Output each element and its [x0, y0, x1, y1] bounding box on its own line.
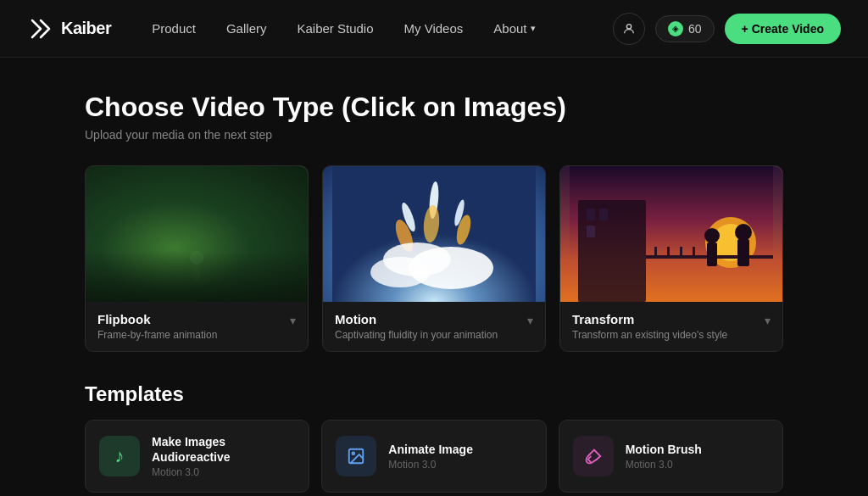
- flipbook-card-body: Flipbook Frame-by-frame animation ▾: [86, 302, 308, 351]
- template-animate-image-name: Animate Image: [388, 442, 473, 457]
- profile-button[interactable]: [613, 13, 645, 45]
- flipbook-thumbnail: [86, 166, 308, 302]
- svg-point-3: [190, 251, 203, 265]
- svg-point-1: [188, 277, 205, 284]
- logo[interactable]: Kaiber: [27, 15, 111, 42]
- video-card-motion[interactable]: Motion Captivating fluidity in your anim…: [322, 165, 546, 352]
- template-audioreactive-version: Motion 3.0: [152, 466, 295, 478]
- svg-point-0: [626, 24, 631, 28]
- template-motion-brush[interactable]: Motion Brush Motion 3.0: [559, 420, 783, 493]
- svg-point-26: [704, 228, 720, 243]
- nav-my-videos[interactable]: My Videos: [404, 21, 464, 36]
- template-motion-brush-name: Motion Brush: [626, 442, 702, 457]
- svg-rect-22: [654, 247, 657, 259]
- motion-chevron-icon: ▾: [527, 314, 533, 327]
- nav-product[interactable]: Product: [152, 21, 196, 36]
- flipbook-title: Flipbook: [97, 312, 217, 326]
- nav-kaiber-studio[interactable]: Kaiber Studio: [297, 21, 373, 36]
- templates-grid: ♪ Make Images Audioreactive Motion 3.0 A…: [85, 420, 783, 493]
- svg-rect-23: [667, 247, 670, 259]
- credits-button[interactable]: ◈ 60: [655, 15, 715, 42]
- svg-rect-29: [737, 239, 749, 266]
- transform-chevron-icon: ▾: [765, 314, 771, 327]
- page-title: Choose Video Type (Click on Images): [85, 92, 783, 123]
- chevron-down-icon: ▾: [531, 23, 536, 34]
- svg-point-28: [735, 224, 752, 241]
- logo-text: Kaiber: [61, 19, 111, 38]
- video-types-grid: Flipbook Frame-by-frame animation ▾: [85, 165, 783, 352]
- motion-thumbnail: [323, 166, 545, 302]
- svg-rect-24: [680, 247, 682, 259]
- svg-rect-20: [587, 226, 595, 237]
- brush-icon: [573, 436, 614, 476]
- svg-point-13: [370, 257, 430, 287]
- flipbook-desc: Frame-by-frame animation: [97, 329, 217, 341]
- nav-actions: ◈ 60 + Create Video: [613, 13, 841, 45]
- credits-icon: ◈: [668, 21, 683, 36]
- transform-title: Transform: [572, 312, 727, 326]
- svg-rect-18: [587, 209, 595, 220]
- template-audioreactive-name: Make Images Audioreactive: [152, 434, 295, 465]
- transform-desc: Transform an existing video's style: [572, 329, 727, 341]
- motion-desc: Captivating fluidity in your animation: [335, 329, 498, 341]
- video-card-flipbook[interactable]: Flipbook Frame-by-frame animation ▾: [85, 165, 309, 352]
- svg-rect-25: [693, 247, 695, 259]
- nav-about[interactable]: About ▾: [493, 21, 535, 36]
- create-video-button[interactable]: + Create Video: [725, 14, 841, 44]
- svg-rect-27: [707, 242, 717, 266]
- template-motion-brush-version: Motion 3.0: [626, 459, 702, 471]
- main-content: Choose Video Type (Click on Images) Uplo…: [0, 58, 868, 496]
- templates-title: Templates: [85, 382, 783, 406]
- motion-title: Motion: [335, 312, 498, 326]
- template-animate-image-version: Motion 3.0: [388, 459, 473, 471]
- nav-links: Product Gallery Kaiber Studio My Videos …: [152, 21, 613, 36]
- transform-thumbnail: [560, 166, 782, 302]
- transform-card-body: Transform Transform an existing video's …: [560, 302, 782, 351]
- music-icon: ♪: [99, 436, 140, 476]
- video-card-transform[interactable]: Transform Transform an existing video's …: [559, 165, 783, 352]
- nav-gallery[interactable]: Gallery: [226, 21, 267, 36]
- svg-rect-2: [193, 259, 200, 281]
- svg-rect-19: [599, 209, 608, 220]
- template-make-images-audioreactive[interactable]: ♪ Make Images Audioreactive Motion 3.0: [85, 420, 309, 493]
- svg-point-31: [353, 453, 355, 455]
- credits-count: 60: [688, 22, 702, 36]
- flipbook-chevron-icon: ▾: [290, 314, 296, 327]
- navbar: Kaiber Product Gallery Kaiber Studio My …: [0, 0, 868, 58]
- image-icon: [336, 436, 376, 476]
- page-subtitle: Upload your media on the next step: [85, 128, 783, 142]
- motion-card-body: Motion Captivating fluidity in your anim…: [323, 302, 545, 351]
- template-animate-image[interactable]: Animate Image Motion 3.0: [321, 420, 546, 493]
